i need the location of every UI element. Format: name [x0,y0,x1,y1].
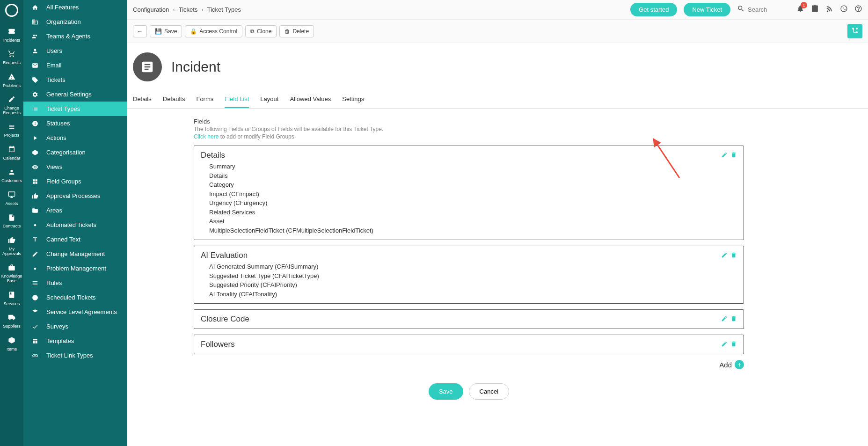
sidebar-item-email[interactable]: Email [23,58,127,73]
rail-item-problems[interactable]: Problems [0,69,23,92]
rail-item-change-requests[interactable]: Change Requests [0,92,23,119]
delete-group-icon[interactable] [730,341,737,349]
save-button[interactable]: 💾 Save [150,25,182,37]
sidebar-item-users[interactable]: Users [23,44,127,58]
sidebar-item-field-groups[interactable]: Field Groups [23,174,127,189]
sidebar-item-approval-processes[interactable]: Approval Processes [23,189,127,203]
add-group-button[interactable]: + [735,360,744,369]
tab-allowed-values[interactable]: Allowed Values [290,91,331,108]
delete-group-icon[interactable] [730,152,737,160]
rail-item-suppliers[interactable]: Suppliers [0,310,23,332]
thumb-icon [8,236,15,246]
building-icon [30,19,40,25]
breadcrumb-item[interactable]: Tickets [179,6,198,13]
sidebar-item-ticket-link-types[interactable]: Ticket Link Types [23,348,127,363]
get-started-button[interactable]: Get started [630,3,677,16]
field-item: Category [209,180,737,190]
edit-group-icon[interactable] [721,252,728,260]
clone-button[interactable]: ⧉ Clone [245,25,277,37]
rail-item-services[interactable]: Services [0,287,23,310]
delete-button[interactable]: 🗑 Delete [279,25,314,37]
branch-button[interactable] [847,24,862,38]
tab-defaults[interactable]: Defaults [163,91,185,108]
group-title: Closure Code [201,314,249,324]
monitor-icon [8,191,15,200]
search-icon[interactable] [737,5,745,15]
sidebar-item-statuses[interactable]: Statuses [23,116,127,131]
search-input[interactable] [748,6,790,13]
folder-icon [30,207,40,214]
rail-item-knowledge-base[interactable]: Knowledge Base [0,260,23,287]
clock-icon[interactable] [840,5,848,15]
rail-item-requests[interactable]: Requests [0,46,23,69]
sidebar-nav: All FeaturesOrganizationTeams & AgentsUs… [23,0,127,446]
rail-item-items[interactable]: Items [0,333,23,355]
rail-item-contracts[interactable]: Contracts [0,210,23,233]
field-item: AI Generated Summary (CFAISummary) [209,262,737,271]
footer-cancel-button[interactable]: Cancel [469,383,509,400]
sidebar-item-templates[interactable]: Templates [23,334,127,348]
rail-item-projects[interactable]: Projects [0,119,23,142]
delete-group-icon[interactable] [730,252,737,260]
sidebar-item-problem-management[interactable]: Problem Management [23,261,127,276]
sidebar-item-service-level-agreements[interactable]: Service Level Agreements [23,305,127,319]
tab-forms[interactable]: Forms [196,91,213,108]
tab-field-list[interactable]: Field List [225,91,249,108]
search-wrap [737,5,790,15]
tab-details[interactable]: Details [133,91,152,108]
sidebar-item-categorisation[interactable]: Categorisation [23,145,127,160]
thumb-icon [30,193,40,199]
rail-item-incidents[interactable]: Incidents [0,24,23,46]
rss-icon[interactable] [825,5,833,15]
access-control-button[interactable]: 🔒 Access Control [185,25,242,37]
sidebar-item-views[interactable]: Views [23,160,127,174]
breadcrumb-item[interactable]: Ticket Types [207,6,241,13]
fields-help: The following Fields or Groups of Fields… [194,126,744,132]
sidebar-item-change-management[interactable]: Change Management [23,247,127,261]
field-item: Suggested Ticket Type (CFAITicketType) [209,271,737,281]
rail-item-my-approvals[interactable]: My Approvals [0,233,23,260]
box-icon [8,264,15,273]
click-here-link[interactable]: Click here [194,133,219,140]
rail-item-assets[interactable]: Assets [0,187,23,210]
help-icon[interactable] [854,5,862,15]
edit-group-icon[interactable] [721,152,728,160]
breadcrumb-item[interactable]: Configuration [133,6,169,13]
sidebar-item-surveys[interactable]: Surveys [23,319,127,334]
field-group-ai-evaluation: AI EvaluationAI Generated Summary (CFAIS… [194,246,744,304]
sidebar-item-actions[interactable]: Actions [23,131,127,145]
sidebar-item-organization[interactable]: Organization [23,15,127,29]
sidebar-item-scheduled-tickets[interactable]: Scheduled Tickets [23,290,127,305]
gears-icon [30,222,40,228]
field-item: Impact (CFimpact) [209,190,737,199]
edit-group-icon[interactable] [721,315,728,323]
sidebar-item-tickets[interactable]: Tickets [23,73,127,87]
sidebar-item-teams-&-agents[interactable]: Teams & Agents [23,29,127,44]
copy-icon: ⧉ [250,28,255,35]
back-button[interactable]: ← [133,25,147,37]
stack-icon [8,123,15,132]
cat-icon [30,149,40,156]
footer-save-button[interactable]: Save [429,383,463,400]
tag-icon [30,77,40,83]
sidebar-item-general-settings[interactable]: General Settings [23,87,127,102]
clipboard-icon[interactable] [811,5,819,15]
tab-layout[interactable]: Layout [260,91,278,108]
sidebar-item-rules[interactable]: Rules [23,276,127,290]
sidebar-item-all-features[interactable]: All Features [23,0,127,15]
tab-settings[interactable]: Settings [342,91,364,108]
sidebar-item-automated-tickets[interactable]: Automated Tickets [23,218,127,232]
logo[interactable] [5,4,18,17]
main-content: Configuration › Tickets › Ticket Types G… [127,0,868,446]
sidebar-item-ticket-types[interactable]: Ticket Types [23,102,127,116]
tabs: DetailsDefaultsFormsField ListLayoutAllo… [127,91,868,109]
sidebar-item-canned-text[interactable]: Canned Text [23,232,127,247]
rail-item-customers[interactable]: Customers [0,165,23,187]
new-ticket-button[interactable]: New Ticket [684,3,730,16]
ticket-type-icon [133,52,162,81]
notifications-icon[interactable]: 1 [796,5,804,15]
rail-item-calendar[interactable]: Calendar [0,142,23,164]
sidebar-item-areas[interactable]: Areas [23,203,127,218]
edit-group-icon[interactable] [721,341,728,349]
delete-group-icon[interactable] [730,315,737,323]
